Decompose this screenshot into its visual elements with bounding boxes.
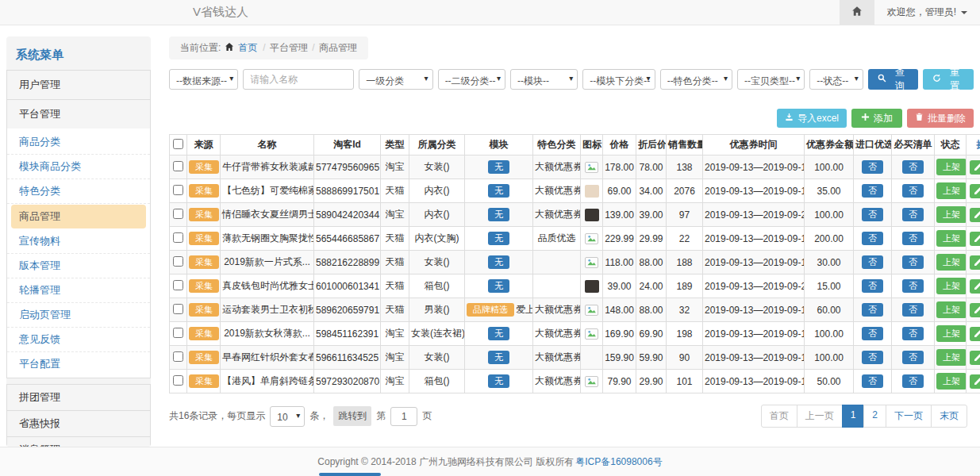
page-number-input[interactable] (390, 407, 417, 426)
sidebar-group[interactable]: 消息管理 (6, 436, 151, 447)
row-checkbox[interactable] (173, 304, 183, 314)
filter-select[interactable]: --二级分类-- (438, 69, 505, 90)
row-checkbox[interactable] (173, 256, 183, 267)
sidebar-item[interactable]: 版本管理 (7, 254, 150, 278)
status-badge[interactable]: 上架 (936, 301, 967, 318)
sidebar-item[interactable]: 平台配置 (7, 352, 150, 376)
must-buy-toggle[interactable]: 否 (902, 232, 924, 245)
search-button[interactable]: 查询 (868, 69, 919, 90)
import-select-toggle[interactable]: 否 (862, 160, 883, 174)
bulk-delete-button[interactable]: 批量删除 (907, 109, 974, 128)
row-checkbox[interactable] (173, 209, 183, 219)
edit-button[interactable] (970, 351, 980, 365)
sidebar-item[interactable]: 意见反馈 (7, 328, 150, 352)
row-checkbox[interactable] (173, 232, 183, 243)
must-buy-toggle[interactable]: 否 (902, 160, 924, 174)
module-badge[interactable]: 无 (488, 184, 509, 198)
must-buy-toggle[interactable]: 否 (902, 208, 924, 221)
edit-button[interactable] (970, 184, 980, 198)
edit-button[interactable] (970, 160, 980, 175)
status-badge[interactable]: 上架 (936, 349, 967, 366)
must-buy-toggle[interactable]: 否 (902, 327, 924, 340)
filter-select[interactable]: --模块-- (510, 69, 578, 90)
row-checkbox[interactable] (173, 280, 183, 290)
module-badge[interactable]: 无 (488, 208, 509, 221)
sidebar-item[interactable]: 商品管理 (11, 205, 146, 228)
per-page-select[interactable]: 10 (270, 406, 305, 427)
sidebar-group[interactable]: 平台管理 (6, 99, 151, 129)
module-badge[interactable]: 无 (488, 160, 509, 174)
must-buy-toggle[interactable]: 否 (902, 255, 924, 269)
row-checkbox[interactable] (173, 328, 183, 338)
must-buy-toggle[interactable]: 否 (902, 374, 924, 388)
module-badge[interactable]: 无 (488, 232, 509, 245)
sidebar-group[interactable]: 用户管理 (6, 70, 151, 100)
icp-link[interactable]: 粤ICP备16098006号 (575, 455, 662, 469)
sidebar-item[interactable]: 特色分类 (7, 179, 150, 204)
row-checkbox[interactable] (173, 351, 183, 362)
row-checkbox[interactable] (173, 161, 183, 171)
edit-button[interactable] (970, 327, 980, 341)
must-buy-toggle[interactable]: 否 (902, 351, 924, 364)
edit-button[interactable] (970, 374, 980, 389)
filter-select[interactable]: --状态-- (809, 69, 863, 90)
reset-button[interactable]: 重置 (923, 69, 974, 90)
import-select-toggle[interactable]: 否 (862, 184, 883, 198)
module-badge[interactable]: 无 (488, 351, 509, 364)
must-buy-toggle[interactable]: 否 (902, 303, 924, 317)
select-all-checkbox[interactable] (173, 139, 183, 149)
sidebar-item[interactable]: 商品分类 (7, 130, 150, 155)
status-badge[interactable]: 上架 (936, 159, 967, 175)
module-badge[interactable]: 无 (488, 374, 509, 388)
sidebar-item[interactable]: 宣传物料 (7, 229, 150, 254)
row-checkbox[interactable] (173, 185, 183, 195)
import-select-toggle[interactable]: 否 (862, 255, 883, 269)
pager-item[interactable]: 1 (842, 405, 865, 428)
row-checkbox[interactable] (173, 375, 183, 386)
import-select-toggle[interactable]: 否 (862, 351, 883, 364)
import-select-toggle[interactable]: 否 (862, 303, 883, 317)
status-badge[interactable]: 上架 (936, 254, 967, 271)
sidebar-group[interactable]: 省惠快报 (6, 410, 151, 437)
filter-select[interactable]: --特色分类-- (660, 69, 732, 90)
filter-select[interactable]: --数据来源-- (169, 69, 238, 90)
edit-button[interactable] (970, 255, 980, 270)
home-button[interactable] (840, 0, 874, 25)
filter-select[interactable]: --模块下分类-- (582, 69, 655, 90)
status-badge[interactable]: 上架 (936, 230, 967, 247)
sidebar-item[interactable]: 轮播管理 (7, 278, 150, 303)
sidebar-group[interactable]: 拼团管理 (6, 384, 151, 411)
sidebar-item[interactable]: 启动页管理 (7, 303, 150, 328)
module-badge[interactable]: 无 (488, 327, 509, 340)
module-badge[interactable]: 无 (488, 279, 509, 293)
horizontal-scrollbar-thumb[interactable] (319, 473, 381, 476)
pager-item[interactable]: 2 (863, 405, 886, 428)
filter-select[interactable]: 一级分类 (359, 69, 432, 90)
pager-item[interactable]: 末页 (931, 405, 967, 428)
import-select-toggle[interactable]: 否 (862, 279, 883, 293)
edit-button[interactable] (970, 208, 980, 222)
import-excel-button[interactable]: 导入excel (777, 109, 847, 128)
import-select-toggle[interactable]: 否 (862, 374, 883, 388)
name-search-input[interactable] (243, 69, 354, 90)
sidebar-item[interactable]: 模块商品分类 (7, 155, 150, 179)
status-badge[interactable]: 上架 (936, 278, 967, 294)
filter-select[interactable]: --宝贝类型-- (737, 69, 805, 90)
status-badge[interactable]: 上架 (936, 182, 967, 199)
add-button[interactable]: 添加 (851, 109, 902, 128)
import-select-toggle[interactable]: 否 (862, 232, 883, 245)
pager-item[interactable]: 下一页 (886, 405, 932, 428)
must-buy-toggle[interactable]: 否 (902, 279, 924, 293)
import-select-toggle[interactable]: 否 (862, 208, 883, 221)
edit-button[interactable] (970, 303, 980, 317)
must-buy-toggle[interactable]: 否 (902, 184, 924, 198)
status-badge[interactable]: 上架 (936, 206, 967, 223)
edit-button[interactable] (970, 232, 980, 246)
module-badge[interactable]: 品牌精选 (467, 303, 514, 317)
edit-button[interactable] (970, 279, 980, 294)
status-badge[interactable]: 上架 (936, 325, 967, 342)
import-select-toggle[interactable]: 否 (862, 327, 883, 340)
status-badge[interactable]: 上架 (936, 373, 967, 390)
jump-to-button[interactable]: 跳转到 (333, 406, 371, 426)
user-menu[interactable]: 欢迎您，管理员! (874, 6, 980, 19)
